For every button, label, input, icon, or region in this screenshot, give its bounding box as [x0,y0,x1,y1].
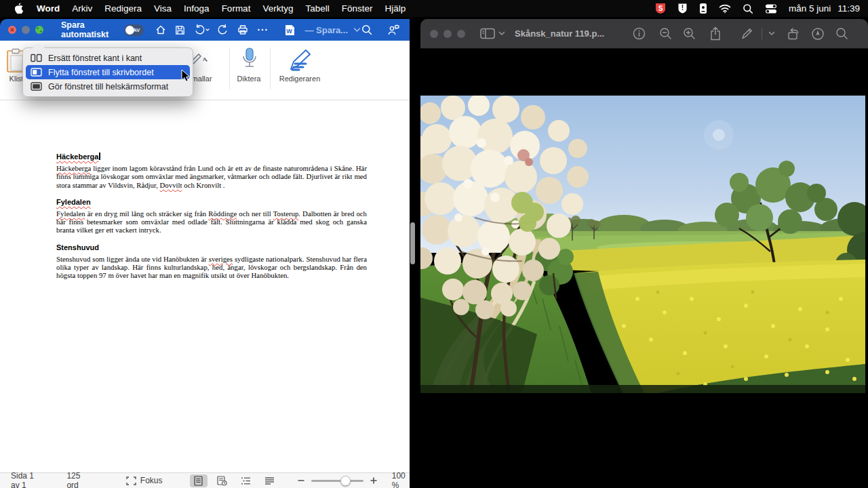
page-count-label[interactable]: Sida 1 av 1 [11,471,42,488]
preview-titlebar: Skånsk_natur 119.p... [420,19,868,49]
wifi-icon[interactable] [719,4,731,14]
menubar-item-visa[interactable]: Visa [148,3,178,14]
home-icon[interactable] [155,24,167,36]
redo-icon[interactable] [217,24,229,36]
doc-paragraph: Stenshuvud som ligger ända ute vid Hanöb… [56,255,367,280]
control-center-icon[interactable] [765,3,777,14]
shield-alert-icon[interactable]: ! [677,3,688,14]
menu-bar: Word Arkiv Redigera Visa Infoga Format V… [0,0,868,17]
minimize-button[interactable] [22,26,30,34]
menu-item-label: Flytta fönstret till skrivbordet [48,68,154,77]
move-window-desktop-icon [31,68,42,77]
editor-icon[interactable] [285,49,313,72]
zoom-out-button[interactable] [298,477,304,484]
menubar-item-arkiv[interactable]: Arkiv [66,3,98,14]
document-text[interactable]: HäckebergaHäckeberga ligger inom lagom k… [56,152,367,280]
menu-item-label: Ersätt fönstret kant i kant [48,54,142,63]
window-zoom-menu: Ersätt fönstret kant i kant Flytta fönst… [22,47,193,97]
zoom-in-icon[interactable] [683,27,696,40]
annotate-icon[interactable] [811,27,825,41]
menu-item-tile-window[interactable]: Ersätt fönstret kant i kant [26,51,190,65]
dictate-label[interactable]: Diktera [231,75,267,83]
text-cursor [99,152,100,160]
menubar-item-tabell[interactable]: Tabell [299,3,335,14]
landscape-photo [420,96,865,393]
document-title[interactable]: — Spara... [304,25,348,35]
search-icon[interactable] [743,3,753,14]
search-icon[interactable] [835,27,848,40]
zoom-button[interactable] [35,26,43,34]
fullscreen-window-icon [31,82,42,91]
mouse-cursor [181,70,191,83]
menubar-item-verktyg[interactable]: Verktyg [256,3,299,14]
word-window: Spara automatiskt AV [0,19,410,488]
sidebar-icon[interactable] [480,28,495,39]
chevron-down-icon[interactable] [353,27,361,33]
share-contact-icon[interactable] [387,24,400,36]
svg-text:W: W [287,27,293,34]
reading-view-button[interactable] [214,474,231,487]
zoom-slider[interactable] [311,476,363,486]
menubar-item-word[interactable]: Word [31,3,66,14]
menubar-item-redigera[interactable]: Redigera [98,3,148,14]
preview-window: Skånsk_natur 119.p... [420,19,868,488]
word-status-bar: Sida 1 av 1 125 ord Fokus [0,472,410,488]
menu-item-fullscreen[interactable]: Gör fönstret till helskärmsformat [26,79,190,94]
apple-logo-icon[interactable] [14,3,24,14]
search-icon[interactable] [361,24,373,36]
chevron-down-icon[interactable] [768,31,775,36]
menubar-item-fonster[interactable]: Fönster [336,3,379,14]
doc-paragraph: Fyledalen är en dryg mil lång och sträck… [56,209,367,235]
print-layout-view-button[interactable] [190,474,208,487]
document-area[interactable]: HäckebergaHäckeberga ligger inom lagom k… [0,100,410,472]
minimize-button[interactable] [443,30,452,38]
word-scrollbar-thumb[interactable] [410,222,415,264]
word-doc-icon: W [285,24,295,36]
close-button[interactable] [430,30,438,38]
zoom-level-label[interactable]: 100 % [392,471,410,488]
menubar-item-infoga[interactable]: Infoga [178,3,216,14]
rotate-left-icon[interactable] [787,27,800,41]
outline-view-button[interactable] [237,474,255,487]
zoom-button[interactable] [457,30,465,38]
doc-heading: Stenshuvud [56,243,367,251]
menubar-item-hjalp[interactable]: Hjälp [378,3,412,14]
draft-view-button[interactable] [261,474,279,487]
menubar-item-format[interactable]: Format [216,3,257,14]
word-titlebar: Spara automatiskt AV [0,19,410,41]
doc-heading: Fyledalen [56,198,367,206]
print-icon[interactable] [237,24,249,36]
focus-label[interactable]: Fokus [140,476,163,485]
doc-paragraph: Häckeberga ligger inom lagom köravstånd … [56,164,367,189]
menu-item-label: Gör fönstret till helskärmsformat [48,82,168,92]
zoom-slider-thumb[interactable] [340,476,351,486]
autosave-label: Spara automatiskt [61,20,117,39]
editor-label[interactable]: Redigeraren [271,75,328,83]
info-icon[interactable] [633,27,646,40]
svg-text:!: ! [682,4,684,12]
zoom-in-button[interactable] [370,477,377,484]
sophos-shield-icon[interactable]: S [655,3,666,14]
focus-icon[interactable] [126,476,136,485]
save-icon[interactable] [174,24,186,36]
dictate-icon[interactable] [241,47,258,73]
autosave-toggle[interactable]: AV [124,24,144,36]
word-count-label[interactable]: 125 ord [66,471,87,488]
zoom-out-icon[interactable] [659,27,672,40]
menu-item-move-window-to-desktop[interactable]: Flytta fönstret till skrivbordet [26,65,190,79]
toolbar-divider [762,28,762,39]
zoom-slider-track[interactable] [311,480,363,482]
doc-heading: Häckeberga [56,152,367,161]
device-lock-icon[interactable] [699,3,707,14]
svg-text:S: S [658,5,663,12]
toggle-state-label: AV [133,27,140,33]
more-icon[interactable] [256,24,269,36]
menubar-clock[interactable]: mån 5 juni11:39 [789,3,860,14]
undo-icon[interactable] [193,24,210,36]
markup-pencil-icon[interactable] [741,27,753,40]
tile-window-icon [31,54,42,62]
chevron-down-icon[interactable] [498,31,505,36]
preview-title: Skånsk_natur 119.p... [515,28,604,39]
close-button[interactable] [8,26,16,34]
share-icon[interactable] [709,26,722,41]
